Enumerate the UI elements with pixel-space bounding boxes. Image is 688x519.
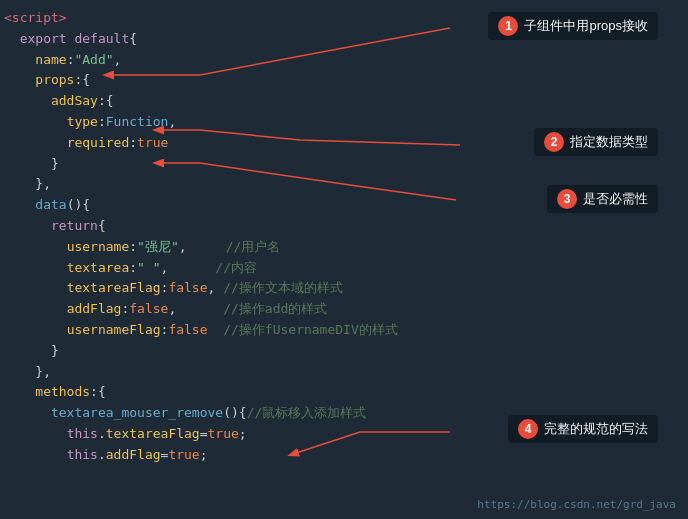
- code-line: textareaFlag:false, //操作文本域的样式: [0, 278, 688, 299]
- code-line: usernameFlag:false //操作fUsernameDIV的样式: [0, 320, 688, 341]
- code-line: return{: [0, 216, 688, 237]
- annotation-3-text: 是否必需性: [583, 190, 648, 208]
- code-line: addSay:{: [0, 91, 688, 112]
- code-line: methods:{: [0, 382, 688, 403]
- badge-3: 3: [557, 189, 577, 209]
- annotation-3: 3 是否必需性: [547, 185, 658, 213]
- code-line: }: [0, 341, 688, 362]
- code-line: },: [0, 362, 688, 383]
- annotation-2: 2 指定数据类型: [534, 128, 658, 156]
- code-line: props:{: [0, 70, 688, 91]
- annotation-1-text: 子组件中用props接收: [524, 17, 648, 35]
- annotation-2-text: 指定数据类型: [570, 133, 648, 151]
- code-line: username:"强尼", //用户名: [0, 237, 688, 258]
- annotation-4-text: 完整的规范的写法: [544, 420, 648, 438]
- annotation-1: 1 子组件中用props接收: [488, 12, 658, 40]
- annotation-4: 4 完整的规范的写法: [508, 415, 658, 443]
- code-line: this.addFlag=true;: [0, 445, 688, 466]
- code-line: }: [0, 154, 688, 175]
- badge-2: 2: [544, 132, 564, 152]
- badge-1: 1: [498, 16, 518, 36]
- code-line: addFlag:false, //操作add的样式: [0, 299, 688, 320]
- footer-url: https://blog.csdn.net/grd_java: [477, 498, 676, 511]
- code-line: textarea:" ", //内容: [0, 258, 688, 279]
- badge-4: 4: [518, 419, 538, 439]
- code-line: name:"Add",: [0, 50, 688, 71]
